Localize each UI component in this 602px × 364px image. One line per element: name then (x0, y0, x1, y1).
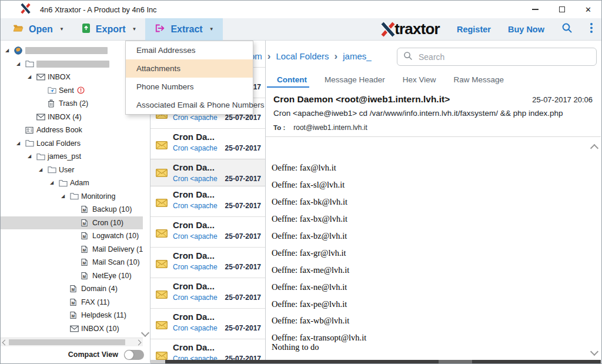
message-date: 25-07-2017 (225, 293, 261, 302)
tree-item-inbox-10[interactable]: INBOX (10) (1, 322, 143, 336)
tree-item-user[interactable]: ◢User (1, 163, 143, 177)
export-button[interactable]: Export ▼ (73, 18, 146, 41)
svg-text:M: M (83, 274, 86, 278)
export-file-icon (82, 23, 91, 36)
mdoc-icon: M (70, 298, 81, 306)
menu-item-associated-email-phone-numbers[interactable]: Associated Email & Phone Numbers (126, 96, 253, 114)
maximize-button[interactable] (549, 1, 575, 18)
open-button[interactable]: Open ▼ (4, 18, 73, 41)
expand-arrow-icon[interactable]: ◢ (61, 194, 70, 199)
tree-item-neteye-10[interactable]: MNetEye (10) (1, 269, 143, 283)
menu-item-phone-numbers[interactable]: Phone Numbers (126, 78, 253, 96)
compact-view-label: Compact View (68, 350, 118, 359)
tree-item-inbox[interactable]: ◢INBOX (1, 71, 143, 84)
expand-arrow-icon[interactable]: ◢ (50, 181, 59, 185)
expand-arrow-icon[interactable]: ◢ (39, 168, 48, 172)
breadcrumb-item-james[interactable]: james_ (343, 51, 371, 61)
tree-item-domain-4[interactable]: MDomain (4) (1, 282, 143, 296)
brand-name: traxtor (394, 20, 440, 38)
message-body-line: Oeffne: fax-me@lvh.it (272, 266, 593, 275)
tree-item-mail-scan-10[interactable]: MMail Scan (10) (1, 256, 143, 269)
extract-button[interactable]: Extract ▼ (145, 18, 222, 41)
tree-item-logwatch-10[interactable]: MLogwatch (10) (1, 229, 143, 243)
message-subject: Cron <apache@iweb1> cd /var/www/info.int… (273, 109, 593, 118)
tree-item-label: User (59, 166, 74, 174)
search-input[interactable] (417, 52, 596, 62)
breadcrumb: om›Local Folders›james_ (250, 51, 372, 61)
folder-tree: ◢◢◢INBOXSentTrash (2)INBOX (4)Address Bo… (1, 44, 143, 335)
tree-item-sent[interactable]: Sent (1, 84, 143, 98)
sidebar-horizontal-scrollbar[interactable] (1, 338, 143, 346)
breadcrumb-item-local-folders[interactable]: Local Folders (276, 51, 329, 61)
tree-item-local-folders[interactable]: ◢Local Folders (1, 137, 143, 151)
open-button-label: Open (29, 24, 53, 35)
buy-now-link[interactable]: Buy Now (508, 25, 544, 34)
message-list-item[interactable]: Cron Da...Cron <apache25-07-2017 (150, 281, 265, 309)
scrollbar-thumb[interactable] (9, 339, 125, 345)
close-button[interactable]: ✕ (575, 1, 601, 18)
expand-arrow-icon[interactable]: ◢ (28, 75, 36, 79)
tree-item-mail-delivery-10[interactable]: MMail Delivery (10) (1, 243, 143, 256)
tree-item-label: Monitoring (81, 192, 115, 201)
compact-view-toggle[interactable] (124, 350, 144, 360)
tab-message-header[interactable]: Message Header (325, 75, 385, 84)
search-box[interactable] (397, 48, 597, 66)
message-date: 25-07-2017 (225, 232, 261, 241)
mdoc-icon: M (81, 258, 92, 266)
tree-item-trash-2[interactable]: Trash (2) (1, 97, 143, 111)
mail-envelope-icon (156, 169, 168, 177)
tree-item-backup-10[interactable]: MBackup (10) (1, 203, 143, 216)
message-sender: Cron <apache (173, 202, 218, 210)
menu-item-attachments[interactable]: Attachments (126, 59, 253, 78)
message-list-item[interactable]: Cron Da...Cron <apache25-07-2017 (150, 159, 265, 186)
message-date: 25-07-2017 (225, 175, 261, 183)
scrollbar-corner (150, 360, 165, 364)
tree-item-redacted[interactable]: ◢ (1, 58, 143, 71)
tree-item-fax-11[interactable]: MFAX (11) (1, 296, 143, 309)
message-list-item[interactable]: Cron Da...Cron <apache25-07-2017 (150, 251, 265, 278)
register-link[interactable]: Register (457, 25, 491, 34)
toggle-knob (125, 350, 133, 359)
tree-item-monitoring[interactable]: ◢Monitoring (1, 190, 143, 203)
expand-arrow-icon[interactable]: ◢ (16, 141, 25, 146)
tab-content[interactable]: Content (277, 75, 307, 84)
mdoc-icon: M (70, 311, 81, 319)
message-list-item[interactable]: Cron Da...Cron <apache25-07-2017 (150, 312, 265, 339)
tree-item-james-pst[interactable]: ◢james_pst (1, 150, 143, 163)
svg-text:M: M (72, 288, 75, 292)
message-body-line: Oeffne: fax-bz@lvh.it (272, 232, 593, 241)
tree-item-adam[interactable]: ◢Adam (1, 176, 143, 190)
compact-view-row: Compact View (1, 346, 150, 363)
tree-item-cron-10[interactable]: MCron (10) (1, 216, 143, 230)
folder-icon (70, 192, 81, 200)
expand-arrow-icon[interactable]: ◢ (5, 48, 14, 53)
tree-item-address-book[interactable]: Address Book (1, 123, 143, 137)
tree-item-label: Helpdesk (11) (81, 311, 126, 319)
message-body-line: Oeffne: fax-transopt@lvh.it (272, 333, 593, 343)
to-value: root@iweb1.intern.lvh.it (293, 123, 367, 132)
search-icon[interactable] (561, 22, 573, 36)
content-horizontal-scrollbar[interactable] (165, 360, 601, 364)
message-list-item[interactable]: Cron Da...Cron <apache25-07-2017 (150, 220, 265, 248)
minimize-button[interactable] (522, 1, 549, 18)
tree-item-helpdesk-11[interactable]: MHelpdesk (11) (1, 309, 143, 322)
message-date: 25-07-2017 (225, 144, 261, 152)
message-date: 25-07-2017 (225, 324, 261, 332)
tab-raw-message[interactable]: Raw Message (454, 75, 504, 84)
scroll-left-icon[interactable] (2, 340, 8, 346)
menu-item-email-addresses[interactable]: Email Addresses (126, 41, 253, 59)
tree-item-redacted[interactable]: ◢ (1, 44, 143, 58)
tab-hex-view[interactable]: Hex View (403, 75, 436, 84)
expand-arrow-icon[interactable]: ◢ (16, 62, 25, 66)
message-sender: Cron <apache (173, 232, 218, 241)
scroll-right-icon[interactable] (136, 340, 142, 346)
kebab-menu-icon[interactable] (590, 22, 593, 36)
tree-item-inbox-4[interactable]: INBOX (4) (1, 111, 143, 124)
mail-envelope-icon (156, 260, 168, 268)
message-body-line: Oeffne: fax-wb@lvh.it (272, 316, 593, 326)
scrollbar-thumb[interactable] (439, 360, 472, 364)
content-panel: ContentMessage HeaderHex ViewRaw Message… (266, 41, 601, 363)
message-list-item[interactable]: Cron Da...Cron <apache25-07-2017 (150, 132, 265, 159)
expand-arrow-icon[interactable]: ◢ (28, 154, 36, 159)
message-list-item[interactable]: Cron Da...Cron <apache25-07-2017 (150, 189, 265, 217)
